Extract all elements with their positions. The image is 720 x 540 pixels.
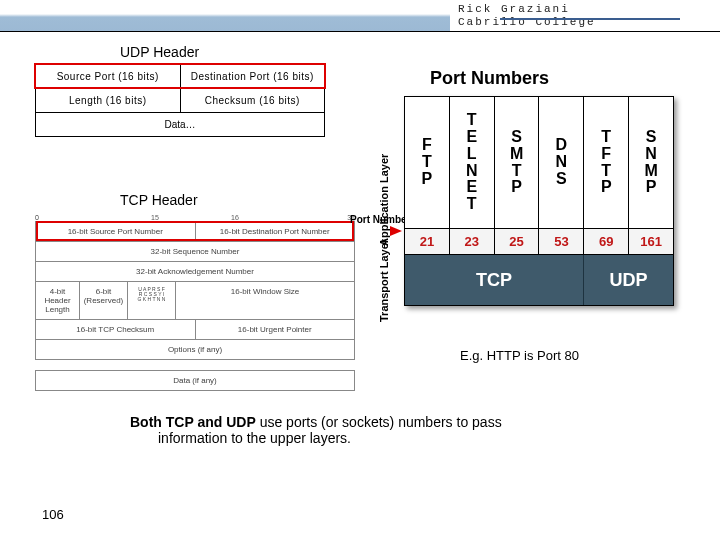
apps-row: FTP TELNET SMTP DNS TFTP SNMP xyxy=(405,97,673,229)
tcp-ack: 32-bit Acknowledgement Number xyxy=(36,262,354,281)
page-number: 106 xyxy=(42,507,64,522)
tcp-urgent: 16-bit Urgent Pointer xyxy=(196,320,355,339)
app-telnet: TELNET xyxy=(450,97,495,229)
app-snmp: SNMP xyxy=(629,97,673,229)
port-69: 69 xyxy=(584,229,629,255)
protocol-row: TCP UDP xyxy=(405,255,673,305)
udp-header-diagram: Source Port (16 bits) Destination Port (… xyxy=(35,64,325,137)
port-numbers-figure: Application Layer Transport Layer Port N… xyxy=(380,96,690,326)
port-numbers-title: Port Numbers xyxy=(430,68,549,89)
tcp-header-diagram: 0 15 16 31 16-bit Source Port Number 16-… xyxy=(35,214,355,391)
ports-grid: FTP TELNET SMTP DNS TFTP SNMP 21 23 25 5… xyxy=(404,96,674,306)
app-dns: DNS xyxy=(539,97,584,229)
port-25: 25 xyxy=(495,229,540,255)
tcp-flags: U A P R S F R C S S Y I G K H T N N xyxy=(128,282,176,319)
tcp-hdrlen: 4-bit Header Length xyxy=(36,282,80,319)
tcp-reserved: 6-bit (Reserved) xyxy=(80,282,128,319)
port-numbers-row: 21 23 25 53 69 161 xyxy=(405,229,673,255)
tcp-options: Options (if any) xyxy=(36,340,354,359)
udp-checksum: Checksum (16 bits) xyxy=(181,89,325,112)
author-org: Cabrillo College xyxy=(458,16,596,28)
tcp-window: 16-bit Window Size xyxy=(176,282,354,319)
app-tftp: TFTP xyxy=(584,97,629,229)
tcp-bit-scale: 0 15 16 31 xyxy=(35,214,355,221)
udp-length: Length (16 bits) xyxy=(36,89,181,112)
summary-rest2: information to the upper layers. xyxy=(130,430,351,446)
tcp-dst-port: 16-bit Destination Port Number xyxy=(196,222,355,241)
port-53: 53 xyxy=(539,229,584,255)
app-ftp: FTP xyxy=(405,97,450,229)
proto-tcp: TCP xyxy=(405,255,584,305)
arrow-icon xyxy=(390,226,402,236)
port-161: 161 xyxy=(629,229,673,255)
tcp-data: Data (if any) xyxy=(36,371,354,390)
proto-udp: UDP xyxy=(584,255,673,305)
tcp-seq: 32-bit Sequence Number xyxy=(36,242,354,261)
app-smtp: SMTP xyxy=(495,97,540,229)
udp-src-port: Source Port (16 bits) xyxy=(36,65,181,88)
tcp-checksum: 16-bit TCP Checksum xyxy=(36,320,196,339)
author-name: Rick Graziani xyxy=(458,3,570,15)
tcp-header-title: TCP Header xyxy=(120,192,198,208)
banner-author: Rick Graziani Cabrillo College xyxy=(450,0,720,31)
axis-label-application: Application Layer xyxy=(378,154,390,246)
udp-dst-port: Destination Port (16 bits) xyxy=(181,65,325,88)
port-23: 23 xyxy=(450,229,495,255)
banner-gradient xyxy=(0,0,450,31)
summary-text: Both TCP and UDP use ports (or sockets) … xyxy=(130,414,670,446)
axis-label-transport: Transport Layer xyxy=(378,239,390,322)
tcp-src-port: 16-bit Source Port Number xyxy=(36,222,196,241)
udp-data: Data… xyxy=(36,112,324,136)
summary-rest1: use ports (or sockets) numbers to pass xyxy=(256,414,502,430)
udp-header-title: UDP Header xyxy=(120,44,199,60)
example-text: E.g. HTTP is Port 80 xyxy=(460,348,579,363)
port-21: 21 xyxy=(405,229,450,255)
summary-bold: Both TCP and UDP xyxy=(130,414,256,430)
slide-banner: Rick Graziani Cabrillo College xyxy=(0,0,720,32)
